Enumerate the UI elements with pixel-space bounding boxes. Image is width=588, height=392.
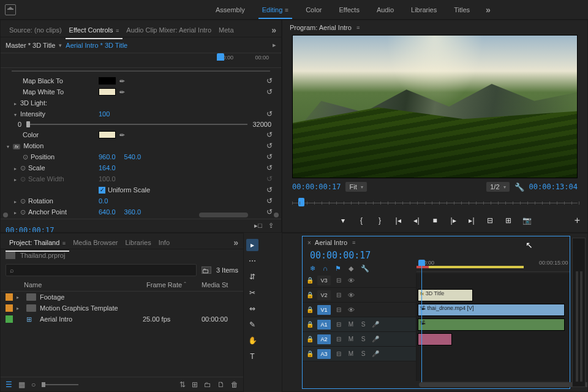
eye-icon[interactable]: 👁 (347, 306, 355, 314)
reset-icon[interactable]: ↺ (264, 77, 275, 85)
lock-icon[interactable]: 🔒 (306, 277, 314, 284)
workspace-tab-assembly[interactable]: Assembly (207, 1, 254, 18)
new-bin-icon[interactable]: 🗀 (202, 266, 211, 274)
export-frame-icon[interactable]: 📷 (522, 216, 532, 225)
mic-icon[interactable]: 🎤 (371, 321, 380, 328)
tab-metadata[interactable]: Meta (215, 24, 237, 36)
tab-info[interactable]: Info (155, 236, 173, 249)
solo-icon[interactable]: S (359, 321, 368, 328)
sort-icon[interactable]: ⇅ (179, 380, 186, 389)
reset-icon[interactable]: ↺ (264, 153, 275, 161)
sequence-settings-icon[interactable]: ◆ (349, 265, 353, 273)
search-input[interactable]: ⌕ (6, 264, 197, 276)
mic-icon[interactable]: 🎤 (371, 350, 380, 357)
lock-icon[interactable]: 🔒 (306, 321, 314, 328)
track-name[interactable]: V3 (317, 276, 331, 285)
track-select-tool-icon[interactable]: ⋯ (246, 255, 258, 267)
eye-icon[interactable]: 👁 (347, 277, 355, 284)
program-ruler[interactable] (292, 198, 578, 210)
effect-controls-ruler[interactable]: :00:00 00:00 (1, 53, 281, 68)
ripple-edit-tool-icon[interactable]: ⇵ (246, 271, 258, 283)
fit-dropdown[interactable]: Fit▾ (345, 182, 366, 192)
position-y[interactable]: 540.0 (124, 153, 141, 160)
track-header-v2[interactable]: 🔒V2⊟👁 (303, 288, 416, 303)
selection-tool-icon[interactable]: ▸ (246, 239, 258, 251)
track-header-a3[interactable]: 🔒A3⊟MS🎤 (303, 347, 416, 361)
snap-icon[interactable]: ❄ (310, 265, 315, 273)
type-tool-icon[interactable]: T (246, 350, 258, 363)
track-target-icon[interactable]: ⊟ (334, 292, 343, 298)
timeline-playhead[interactable] (421, 260, 422, 382)
freeform-view-icon[interactable]: ○ (31, 380, 36, 389)
col-name[interactable]: Name (6, 281, 146, 288)
mute-icon[interactable]: M (347, 350, 355, 357)
tab-audio-clip-mixer[interactable]: Audio Clip Mixer: Aerial Intro (123, 24, 215, 36)
rotation-value[interactable]: 0.0 (99, 197, 108, 205)
overflow-icon[interactable]: » (486, 5, 491, 15)
sequence-name[interactable]: Aerial Intro (315, 239, 347, 246)
lock-icon[interactable]: 🔒 (306, 292, 314, 298)
linked-selection-icon[interactable]: ∩ (323, 265, 328, 273)
label-color-chip[interactable] (6, 304, 13, 312)
reset-icon[interactable]: ↺ (264, 88, 275, 96)
hamburger-icon[interactable]: ≡ (285, 7, 288, 13)
chevron-right-icon[interactable]: ▸ (17, 295, 23, 300)
solo-icon[interactable]: S (359, 350, 368, 357)
list-view-icon[interactable]: ☰ (6, 380, 12, 389)
panel-menu-icon[interactable]: ≡ (115, 28, 119, 34)
extract-icon[interactable]: ⊞ (503, 216, 513, 225)
playhead-icon[interactable] (217, 53, 224, 61)
home-icon[interactable] (5, 4, 16, 15)
track-header-v1[interactable]: 🔒V1⊟👁 (303, 303, 416, 317)
button-editor-icon[interactable]: + (575, 215, 580, 226)
lock-icon[interactable]: 🔒 (306, 350, 314, 357)
panel-menu-icon[interactable]: ≡ (352, 239, 355, 246)
play-arrow-icon[interactable]: ▸ (273, 41, 276, 49)
project-row[interactable]: ⊞ Aerial Intro 25.00 fps 00:00:00 (1, 314, 243, 325)
reset-icon[interactable]: ↺ (264, 130, 275, 139)
wrench-icon[interactable]: 🔧 (361, 265, 369, 273)
position-x[interactable]: 960.0 (99, 153, 116, 160)
track-name[interactable]: V2 (317, 290, 331, 300)
mute-icon[interactable]: M (347, 336, 355, 342)
step-forward-icon[interactable]: |▸ (448, 216, 458, 225)
eyedropper-icon[interactable]: ✎ (118, 88, 126, 96)
clip-video[interactable]: 📽 thai_drone.mp4 [V] (418, 304, 565, 316)
track-target-icon[interactable]: ⊟ (334, 336, 343, 342)
tab-source[interactable]: Source: (no clips) (6, 24, 66, 36)
scroll-thumb[interactable] (199, 213, 248, 217)
eye-icon[interactable]: 👁 (347, 292, 355, 299)
project-row[interactable]: ▸ Footage (1, 292, 243, 303)
ec-scrollbar[interactable] (3, 213, 279, 219)
workspace-tab-color[interactable]: Color (297, 1, 330, 18)
intensity-slider[interactable]: 0 32000 (6, 119, 276, 129)
clip-audio-1[interactable]: 📽 (418, 318, 565, 331)
fx-badge-icon[interactable]: fx (13, 144, 20, 149)
transcode-icon[interactable]: ▸□ (254, 222, 262, 230)
workspace-tab-effects[interactable]: Effects (330, 1, 368, 18)
find-icon[interactable]: ⊞ (192, 380, 198, 389)
tabs-overflow-icon[interactable]: » (271, 25, 276, 35)
mute-icon[interactable]: M (347, 321, 355, 328)
marker-icon[interactable]: ⚑ (335, 265, 341, 273)
go-to-out-icon[interactable]: ▸| (467, 216, 477, 225)
mark-in-icon[interactable]: { (356, 216, 366, 225)
color-swatch[interactable] (99, 88, 116, 96)
lift-icon[interactable]: ⊟ (485, 216, 495, 225)
track-target-icon[interactable]: ⊟ (334, 350, 343, 357)
tabs-overflow-icon[interactable]: » (233, 238, 238, 247)
scroll-handle-icon[interactable] (274, 213, 279, 217)
tab-media-browser[interactable]: Media Browser (69, 236, 121, 249)
step-back-icon[interactable]: ◂| (412, 216, 421, 225)
timeline-ruler[interactable]: :00:00 00:00:15:00 (417, 260, 570, 272)
prop-value[interactable]: 100 (99, 110, 110, 118)
timeline-scrollbar[interactable] (419, 382, 564, 387)
scroll-handle-icon[interactable] (3, 213, 8, 217)
solo-icon[interactable]: S (359, 336, 368, 342)
mic-icon[interactable]: 🎤 (371, 336, 380, 342)
track-name[interactable]: A3 (317, 349, 331, 359)
col-frame-rate[interactable]: Frame Rate ˆ (146, 281, 202, 288)
workspace-tab-libraries[interactable]: Libraries (402, 1, 445, 18)
tab-project[interactable]: Project: Thailand ≡ (6, 236, 69, 249)
reset-icon[interactable]: ↺ (264, 110, 275, 118)
